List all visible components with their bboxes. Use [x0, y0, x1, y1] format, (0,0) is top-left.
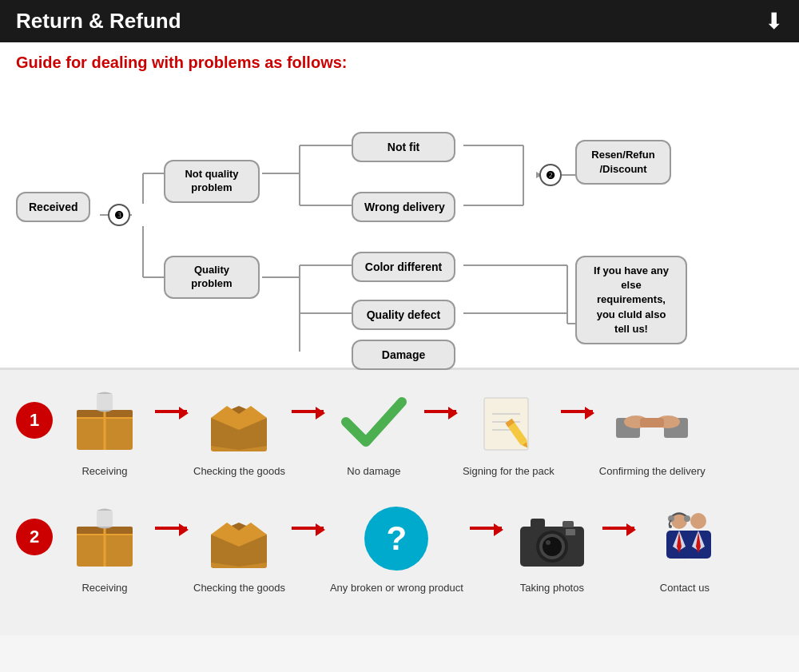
- step-label-confirming: Confirming the delivery: [599, 464, 706, 479]
- arrow-2-3: [470, 527, 502, 530]
- svg-rect-68: [97, 511, 113, 527]
- not-fit-box: Not fit: [352, 132, 455, 162]
- checking-2-icon: [195, 503, 283, 575]
- svg-point-62: [626, 417, 635, 423]
- receiving-2-icon: [61, 503, 149, 575]
- flow-container: Received ❸ Not quality problem Quality p…: [16, 88, 783, 352]
- handshake-icon: [608, 386, 696, 458]
- circle2-badge: ❷: [539, 164, 562, 186]
- svg-point-78: [543, 537, 562, 556]
- open-box-svg: [203, 390, 275, 454]
- svg-point-63: [669, 417, 678, 423]
- pencil-svg: [472, 390, 544, 454]
- step-checking-1: Checking the goods: [193, 386, 285, 479]
- step-label-nodamage: No damage: [347, 464, 400, 479]
- process-steps-1: Receiving: [61, 386, 783, 479]
- checkmark-svg: [338, 390, 410, 454]
- header-arrow-icon: ⬇: [765, 8, 783, 34]
- people-icon: [641, 503, 729, 575]
- receiving-1-icon: [61, 386, 149, 458]
- process-section: 1: [0, 368, 799, 635]
- process-row-1: 1: [16, 386, 783, 479]
- process-steps-2: Receiving: [61, 503, 783, 595]
- step-label-broken: Any broken or wrong product: [330, 581, 463, 595]
- step-label-checking-2: Checking the goods: [193, 581, 285, 595]
- svg-point-88: [690, 513, 706, 529]
- process-row-2: 2 Receiving: [16, 503, 783, 595]
- closed-box-svg: [69, 390, 141, 454]
- arrow-1-3: [424, 410, 456, 413]
- step-contact: Contact us: [641, 503, 729, 595]
- arrow-1-4: [561, 410, 593, 413]
- header: Return & Refund ⬇: [0, 0, 799, 42]
- page-wrapper: Return & Refund ⬇ Guide for dealing with…: [0, 0, 799, 635]
- wrong-delivery-box: Wrong delivery: [352, 192, 455, 222]
- guide-title: Guide for dealing with problems as follo…: [0, 42, 799, 80]
- arrow-1-1: [155, 410, 187, 413]
- handshake-svg: [616, 390, 688, 454]
- step-nodamage: No damage: [330, 386, 418, 479]
- step-label-photos: Taking photos: [520, 581, 584, 595]
- svg-point-94: [684, 515, 690, 522]
- step-confirming: Confirming the delivery: [599, 386, 706, 479]
- arrow-2-4: [602, 527, 634, 530]
- resen-refund-box: Resen/Refun/Discount: [575, 140, 671, 185]
- step-label-receiving-1: Receiving: [81, 464, 127, 479]
- camera-svg: [516, 507, 588, 571]
- open-box-svg-2: [203, 507, 275, 571]
- arrow-1-2: [292, 410, 324, 413]
- svg-rect-42: [97, 394, 113, 410]
- process-number-1: 1: [16, 402, 53, 439]
- checking-1-icon: [195, 386, 283, 458]
- closed-box-svg-2: [69, 507, 141, 571]
- camera-icon: [508, 503, 596, 575]
- people-svg: [649, 507, 721, 571]
- pencil-sign-icon: [464, 386, 552, 458]
- svg-rect-61: [640, 418, 664, 427]
- color-different-box: Color different: [352, 252, 455, 282]
- svg-point-79: [546, 540, 551, 545]
- quality-problem-box: Quality problem: [164, 256, 260, 299]
- step-label-checking-1: Checking the goods: [193, 464, 285, 479]
- page-title: Return & Refund: [16, 9, 181, 34]
- question-mark-circle: ?: [364, 507, 428, 571]
- step-signing: Signing for the pack: [463, 386, 555, 479]
- step-broken: ? Any broken or wrong product: [330, 503, 463, 595]
- step-receiving-1: Receiving: [61, 386, 149, 479]
- question-icon: ?: [352, 503, 440, 575]
- step-receiving-2: Receiving: [61, 503, 149, 595]
- svg-point-95: [669, 525, 672, 528]
- arrow-2-2: [292, 527, 324, 530]
- step-label-receiving-2: Receiving: [81, 581, 127, 595]
- svg-rect-80: [531, 519, 545, 528]
- svg-rect-81: [562, 521, 574, 527]
- step-checking-2: Checking the goods: [193, 503, 285, 595]
- process-number-2: 2: [16, 519, 53, 555]
- if-you-have-box: If you have any else requirements, you c…: [575, 256, 687, 344]
- step-label-contact: Contact us: [660, 581, 710, 595]
- step-label-signing: Signing for the pack: [463, 464, 555, 479]
- arrow-2-1: [155, 527, 187, 530]
- quality-defect-box: Quality defect: [352, 300, 455, 330]
- checkmark-icon: [330, 386, 418, 458]
- svg-rect-82: [566, 529, 575, 535]
- received-box: Received: [16, 192, 90, 222]
- step-photos: Taking photos: [508, 503, 596, 595]
- flowchart-section: Received ❸ Not quality problem Quality p…: [0, 80, 799, 368]
- circle3-badge: ❸: [108, 204, 130, 226]
- damage-box: Damage: [352, 340, 455, 370]
- not-quality-problem-box: Not quality problem: [164, 160, 260, 203]
